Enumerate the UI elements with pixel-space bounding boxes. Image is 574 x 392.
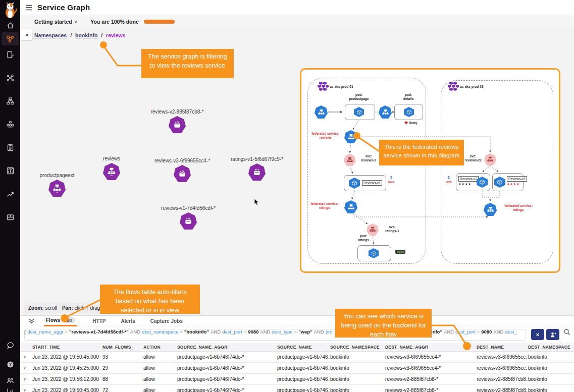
table-cell: productpage-v1-6b746… [277, 376, 330, 382]
progress-status-text: You are 100% done [90, 19, 139, 25]
search-icon[interactable] [563, 328, 570, 335]
table-cell: bookinfo [330, 365, 385, 371]
federated-service-ratings-label: federated service:ratings [305, 202, 344, 210]
column-header-dest_name_aggr[interactable]: DEST_NAME_AGGR [385, 345, 477, 350]
table-header: START_TIMENUM_FLOWSACTIONSOURCE_NAME_AGG… [20, 343, 574, 352]
page-title: Service Graph [37, 3, 90, 12]
getting-started-label[interactable]: Getting started [34, 19, 72, 25]
table-cell: Jun 23, 2022 @ 19:50:45.000 [32, 354, 102, 360]
table-cell: reviews-v2-885f87cb8… [477, 376, 528, 382]
svg-text:svc: svc [56, 191, 58, 193]
table-cell: productpage-v1-6b746f74dc-* [177, 376, 277, 382]
pod-productpage-label: pod:productpage [345, 93, 373, 101]
table-cell: allow [143, 387, 177, 392]
filter-token: = [294, 329, 297, 334]
federated-service-ratings-label-2: federated service:ratings [499, 204, 538, 212]
column-header-source_namespace[interactable]: SOURCE_NAMESPACE [330, 345, 385, 350]
table-row[interactable]: ∨Jun 23, 2022 @ 19:45:25.00029allowprodu… [20, 363, 574, 374]
breadcrumb-bookinfo[interactable]: bookinfo [75, 32, 97, 38]
cluster2-name: uc-aks-prod-03 [460, 85, 495, 89]
collapse-panel-icon[interactable] [28, 318, 35, 324]
table-cell: reviews-v3-6f69655cc4-* [385, 365, 477, 371]
filter-token: 9080 [481, 329, 492, 334]
filter-token: AND [314, 329, 324, 334]
reviews-v2-version-badge: Reviews-v2 [458, 176, 479, 182]
table-cell: productpage-v1-6b746f74dc-* [177, 387, 277, 392]
table-cell: allow [143, 365, 177, 371]
tab-http[interactable]: HTTP [92, 316, 106, 326]
breadcrumb-namespaces[interactable]: Namespaces [34, 32, 67, 38]
cluster-icon [318, 82, 327, 91]
managed-clusters-icon[interactable] [0, 118, 20, 130]
filter-token: dest_port [455, 329, 476, 334]
activity-icon[interactable] [0, 164, 20, 177]
column-header-dest_namespace[interactable]: DEST_NAMESPACE [528, 345, 574, 350]
table-row[interactable]: ∨Jun 23, 2022 @ 19:50:45.00072allowprodu… [20, 385, 574, 392]
compliance-icon[interactable] [0, 141, 20, 153]
progress-bar [144, 20, 175, 24]
reviews-v2-stars: ★★★★ [458, 182, 471, 186]
svc-reviews-23-label: svc:reviews-23 [463, 154, 483, 162]
java-logo: ξjava [446, 176, 452, 183]
callout-flows-autofilter: The flows table auto-filters based on wh… [100, 285, 200, 314]
filter-token: dest_port [222, 329, 242, 334]
tab-flows[interactable]: Flows 20 [44, 316, 77, 326]
table-cell: reviews-v3-6f69655cc… [477, 365, 528, 371]
filter-token: info" [431, 329, 442, 334]
users-icon[interactable] [0, 374, 20, 386]
cluster-uc-aks-prod-03 [441, 80, 553, 264]
home-icon[interactable] [0, 19, 20, 31]
table-cell: allow [143, 376, 177, 382]
column-header-dest_name[interactable]: DEST_NAME [477, 345, 528, 350]
expand-panel-button[interactable]: » [21, 29, 32, 40]
filter-query-left: (dest_name_aggr="reviews-v1-7d4fd56cdf-*… [24, 329, 332, 334]
chevron-down-icon[interactable]: ∨ [74, 19, 78, 24]
row-expand-chevron[interactable]: ∨ [23, 388, 32, 392]
policies-icon[interactable] [0, 48, 20, 61]
filter-token: "bookinfo" [184, 329, 209, 334]
table-cell: 72 [102, 387, 143, 392]
table-cell: reviews-v3-6f69655cc4-* [385, 354, 477, 360]
table-cell: reviews-v2-885f87cb8… [477, 387, 528, 392]
cluster1-name: uc-aks-prod-01 [330, 85, 365, 89]
help-icon[interactable]: ? [0, 358, 20, 370]
callout-backend-service: You can see which service is being used … [335, 309, 432, 338]
table-row[interactable]: ∨Jun 23, 2022 @ 19:56:12.00088allowprodu… [20, 374, 574, 385]
table-row[interactable]: ∨Jun 23, 2022 @ 19:50:45.00093allowprodu… [20, 352, 574, 363]
clear-filter-button[interactable]: × [531, 329, 544, 340]
row-expand-chevron[interactable]: ∨ [23, 377, 32, 381]
network-sets-icon[interactable] [0, 95, 20, 107]
column-header-source_name[interactable]: SOURCE_NAME [277, 345, 330, 350]
table-cell: Jun 23, 2022 @ 19:45:25.000 [32, 365, 102, 371]
java-logo: ξjava [388, 176, 394, 183]
row-expand-chevron[interactable]: ∨ [23, 366, 32, 370]
column-header-num_flows[interactable]: NUM_FLOWS [102, 345, 143, 350]
table-cell: bookinfo [330, 387, 385, 392]
chat-icon[interactable] [0, 339, 20, 351]
table-cell: reviews-v2-885f87cb8-* [385, 387, 477, 392]
filter-token: dest_ [505, 329, 516, 334]
column-header-start_time[interactable]: START_TIME [32, 345, 102, 350]
table-cell: 29 [102, 365, 143, 371]
table-cell: bookinfo [330, 376, 385, 382]
mouse-cursor [254, 198, 260, 206]
user-filter-button[interactable] [546, 329, 559, 340]
filter-row: (dest_name_aggr="reviews-v1-7d4fd56cdf-*… [20, 326, 574, 343]
menu-icon[interactable] [25, 5, 32, 11]
flows-panel: Flows 20 HTTP Alerts Capture Jobs (dest_… [20, 315, 574, 392]
storage-icon[interactable] [0, 211, 20, 223]
table-cell: 88 [102, 376, 143, 382]
filter-token: 9080 [248, 329, 258, 334]
filter-token: = [65, 329, 68, 334]
trends-icon[interactable] [0, 188, 20, 200]
column-header-source_name_aggr[interactable]: SOURCE_NAME_AGGR [177, 345, 277, 350]
filter-token: dest_name_aggr [27, 329, 63, 334]
row-expand-chevron[interactable]: ∨ [23, 355, 32, 359]
tab-capture-jobs[interactable]: Capture Jobs [150, 316, 183, 326]
usage-metrics-icon[interactable] [0, 385, 20, 392]
service-graph-icon[interactable] [2, 32, 19, 45]
tab-alerts[interactable]: Alerts [121, 316, 135, 326]
nodes-icon[interactable] [0, 72, 20, 84]
column-header-action[interactable]: ACTION [143, 345, 177, 350]
reviews-v1-version-badge: Reviews-v1 [362, 180, 382, 186]
